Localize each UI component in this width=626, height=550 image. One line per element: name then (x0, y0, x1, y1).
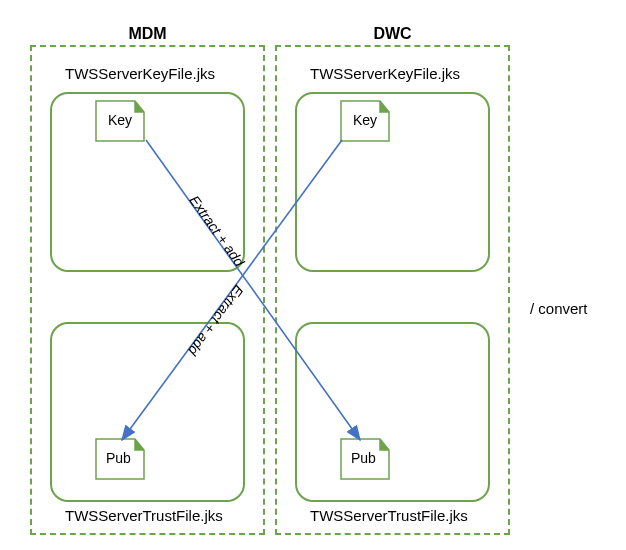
mdm-trustfile-label: TWSServerTrustFile.jks (65, 507, 223, 524)
mdm-pub-box (50, 322, 245, 502)
mdm-title: MDM (32, 25, 263, 43)
dwc-key-label: Key (353, 112, 377, 128)
mdm-key-box (50, 92, 245, 272)
dwc-keyfile-label: TWSServerKeyFile.jks (310, 65, 460, 82)
mdm-key-label: Key (108, 112, 132, 128)
dwc-pub-box (295, 322, 490, 502)
convert-label: / convert (530, 300, 588, 317)
dwc-key-box (295, 92, 490, 272)
dwc-pub-label: Pub (351, 450, 376, 466)
mdm-keyfile-label: TWSServerKeyFile.jks (65, 65, 215, 82)
mdm-pub-label: Pub (106, 450, 131, 466)
dwc-trustfile-label: TWSServerTrustFile.jks (310, 507, 468, 524)
dwc-title: DWC (277, 25, 508, 43)
